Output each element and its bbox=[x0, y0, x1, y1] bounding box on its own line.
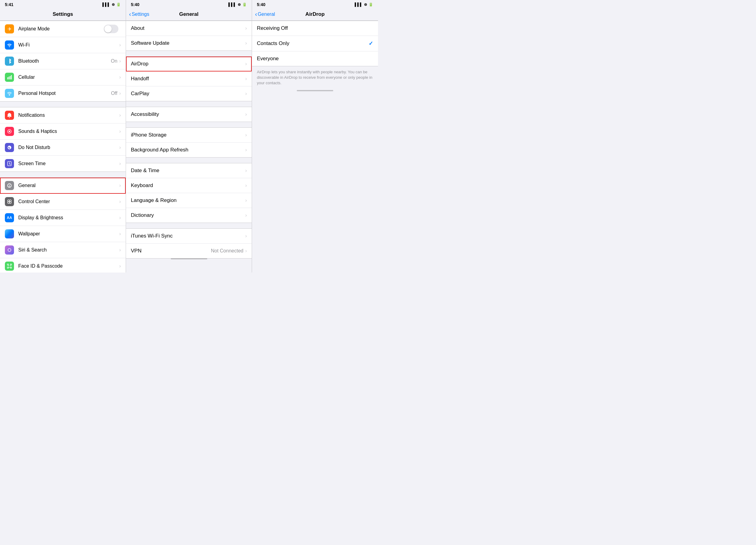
list-item-display[interactable]: AA Display & Brightness › bbox=[0, 210, 126, 226]
list-item-bluetooth[interactable]: Bluetooth On › bbox=[0, 53, 126, 69]
control-center-label: Control Center bbox=[18, 199, 119, 205]
airdrop-option-receiving-off[interactable]: Receiving Off bbox=[252, 21, 378, 36]
mid-item-handoff[interactable]: Handoff › bbox=[126, 72, 252, 86]
list-item-cellular[interactable]: Cellular › bbox=[0, 69, 126, 86]
keyboard-chevron: › bbox=[245, 183, 247, 188]
mid-item-accessibility[interactable]: Accessibility › bbox=[126, 107, 252, 122]
settings-scroll[interactable]: ✈ Airplane Mode Wi-Fi › bbox=[0, 21, 126, 272]
status-bar-mid: 5:40 ▌▌▌ ⊜ 🔋 bbox=[126, 0, 252, 9]
page-title-mid: General bbox=[179, 11, 198, 17]
hotspot-chevron: › bbox=[119, 91, 121, 96]
list-item-general[interactable]: General › bbox=[0, 178, 126, 194]
general-scroll[interactable]: About › Software Update › AirDrop › Hand… bbox=[126, 21, 252, 272]
list-item-face-id[interactable]: Face ID & Passcode › bbox=[0, 258, 126, 272]
wallpaper-label: Wallpaper bbox=[18, 231, 119, 237]
list-item-screen-time[interactable]: Screen Time › bbox=[0, 156, 126, 172]
dictionary-chevron: › bbox=[245, 213, 247, 218]
svg-point-10 bbox=[8, 202, 9, 204]
vpn-value: Not Connected bbox=[211, 248, 243, 254]
svg-rect-2 bbox=[10, 76, 11, 79]
contacts-only-label: Contacts Only bbox=[257, 40, 369, 47]
mid-item-dictionary[interactable]: Dictionary › bbox=[126, 208, 252, 223]
general-label: General bbox=[18, 183, 119, 188]
list-item-wifi[interactable]: Wi-Fi › bbox=[0, 37, 126, 53]
vpn-label: VPN bbox=[131, 248, 211, 254]
list-item-wallpaper[interactable]: Wallpaper › bbox=[0, 226, 126, 242]
wallpaper-icon bbox=[5, 229, 14, 239]
status-bar-left: 5:41 ▌▌▌ ⊜ 🔋 bbox=[0, 0, 126, 9]
background-refresh-chevron: › bbox=[245, 147, 247, 153]
iphone-storage-label: iPhone Storage bbox=[131, 132, 245, 138]
siri-label: Siri & Search bbox=[18, 247, 119, 253]
svg-point-4 bbox=[9, 94, 10, 96]
list-connectivity: ✈ Airplane Mode Wi-Fi › bbox=[0, 21, 126, 102]
cellular-icon bbox=[5, 73, 14, 82]
accessibility-label: Accessibility bbox=[131, 111, 245, 117]
dictionary-label: Dictionary bbox=[131, 212, 245, 218]
keyboard-label: Keyboard bbox=[131, 183, 245, 189]
section-storage: iPhone Storage › Background App Refresh … bbox=[126, 128, 252, 158]
airdrop-option-contacts-only[interactable]: Contacts Only ✓ bbox=[252, 36, 378, 51]
section-system: Notifications › Sounds & Haptics › bbox=[0, 107, 126, 172]
section-airdrop-options: Receiving Off Contacts Only ✓ Everyone bbox=[252, 21, 378, 66]
receiving-off-label: Receiving Off bbox=[257, 25, 373, 31]
dnd-chevron: › bbox=[119, 145, 121, 150]
list-locale: Date & Time › Keyboard › Language & Regi… bbox=[126, 163, 252, 223]
mid-item-iphone-storage[interactable]: iPhone Storage › bbox=[126, 128, 252, 143]
bluetooth-label: Bluetooth bbox=[18, 58, 111, 64]
back-label-mid: Settings bbox=[132, 12, 149, 17]
cellular-label: Cellular bbox=[18, 75, 119, 80]
list-item-notifications[interactable]: Notifications › bbox=[0, 107, 126, 124]
siri-icon bbox=[5, 246, 14, 255]
contacts-only-checkmark: ✓ bbox=[369, 40, 373, 47]
back-to-settings[interactable]: ‹ Settings bbox=[129, 11, 149, 18]
svg-point-6 bbox=[9, 131, 10, 132]
airplane-label: Airplane Mode bbox=[18, 26, 104, 32]
list-item-control-center[interactable]: Control Center › bbox=[0, 194, 126, 210]
mid-item-itunes-wifi[interactable]: iTunes Wi-Fi Sync › bbox=[126, 229, 252, 244]
airdrop-scroll[interactable]: Receiving Off Contacts Only ✓ Everyone A… bbox=[252, 21, 378, 272]
airplane-icon: ✈ bbox=[5, 24, 14, 33]
list-item-hotspot[interactable]: Personal Hotspot Off › bbox=[0, 86, 126, 101]
section-connectivity: ✈ Airplane Mode Wi-Fi › bbox=[0, 21, 126, 102]
section-accessibility: Accessibility › bbox=[126, 107, 252, 122]
mid-item-software-update[interactable]: Software Update › bbox=[126, 36, 252, 51]
list-item-airplane-mode[interactable]: ✈ Airplane Mode bbox=[0, 21, 126, 37]
dnd-icon bbox=[5, 143, 14, 152]
screen-time-icon bbox=[5, 159, 14, 168]
mid-item-language[interactable]: Language & Region › bbox=[126, 193, 252, 208]
list-storage: iPhone Storage › Background App Refresh … bbox=[126, 128, 252, 158]
display-icon: AA bbox=[5, 213, 14, 222]
section-locale: Date & Time › Keyboard › Language & Regi… bbox=[126, 163, 252, 223]
signal-icon-right: ▌▌▌ bbox=[355, 2, 362, 7]
hotspot-label: Personal Hotspot bbox=[18, 91, 111, 96]
mid-item-airdrop[interactable]: AirDrop › bbox=[126, 57, 252, 72]
dnd-label: Do Not Disturb bbox=[18, 145, 119, 150]
airplane-toggle[interactable] bbox=[104, 25, 118, 33]
mid-item-date-time[interactable]: Date & Time › bbox=[126, 163, 252, 178]
section-airdrop: AirDrop › Handoff › CarPlay › bbox=[126, 56, 252, 101]
back-to-general[interactable]: ‹ General bbox=[255, 11, 275, 18]
mid-item-carplay[interactable]: CarPlay › bbox=[126, 86, 252, 101]
language-label: Language & Region bbox=[131, 198, 245, 204]
svg-rect-14 bbox=[10, 264, 12, 265]
hotspot-value: Off bbox=[111, 91, 117, 96]
mid-item-about[interactable]: About › bbox=[126, 21, 252, 36]
notifications-icon bbox=[5, 111, 14, 120]
list-item-dnd[interactable]: Do Not Disturb › bbox=[0, 140, 126, 156]
mid-item-vpn[interactable]: VPN Not Connected › bbox=[126, 244, 252, 258]
wifi-setting-icon bbox=[5, 40, 14, 50]
airdrop-option-everyone[interactable]: Everyone bbox=[252, 51, 378, 66]
mid-item-keyboard[interactable]: Keyboard › bbox=[126, 178, 252, 193]
list-item-siri[interactable]: Siri & Search › bbox=[0, 242, 126, 258]
date-time-label: Date & Time bbox=[131, 168, 245, 174]
control-center-icon bbox=[5, 197, 14, 206]
face-id-icon bbox=[5, 262, 14, 271]
sounds-icon bbox=[5, 127, 14, 136]
software-update-label: Software Update bbox=[131, 40, 245, 46]
mid-item-background-refresh[interactable]: Background App Refresh › bbox=[126, 143, 252, 157]
list-item-sounds[interactable]: Sounds & Haptics › bbox=[0, 124, 126, 140]
sounds-chevron: › bbox=[119, 129, 121, 134]
handoff-chevron: › bbox=[245, 76, 247, 82]
notifications-label: Notifications bbox=[18, 113, 119, 118]
